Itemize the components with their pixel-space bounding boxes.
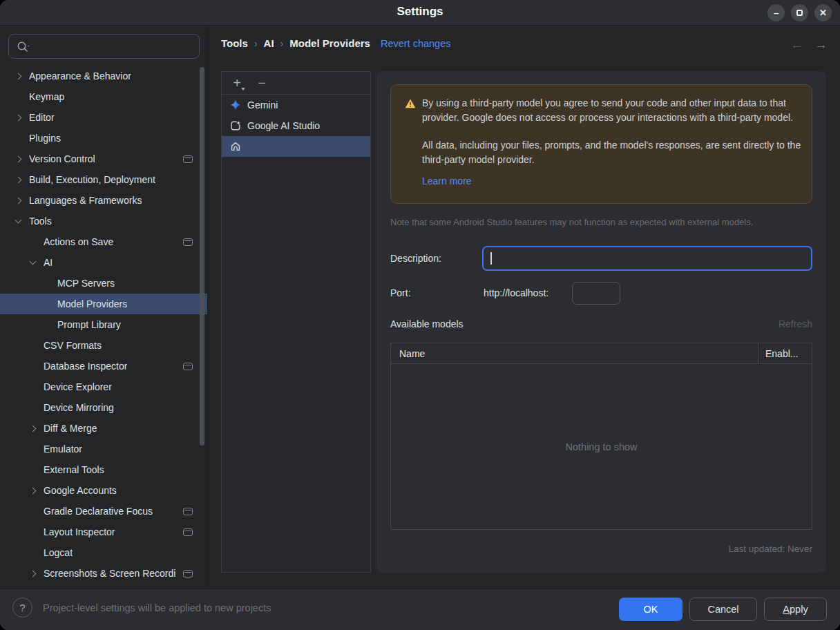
sidebar-item-ai[interactable]: AI [0, 252, 207, 273]
apply-button[interactable]: Apply [764, 598, 827, 621]
sidebar-item-version-control[interactable]: Version Control [0, 149, 207, 169]
sidebar-item-layout-inspector[interactable]: Layout Inspector [0, 522, 207, 542]
sidebar-item-device-mirroring[interactable]: Device Mirroring [0, 397, 207, 418]
provider-item-gemini[interactable]: Gemini [222, 95, 370, 115]
port-label: Port: [390, 282, 411, 305]
sidebar-item-plugins[interactable]: Plugins [0, 128, 207, 149]
column-header-name[interactable]: Name [391, 348, 758, 359]
chevron-right-icon[interactable] [9, 66, 29, 86]
minimize-button[interactable]: – [767, 4, 785, 21]
cancel-button[interactable]: Cancel [689, 598, 757, 621]
back-icon[interactable]: ← [790, 37, 803, 52]
models-table-body: Nothing to show [391, 364, 812, 529]
footer-bar: ? Project-level settings will be applied… [0, 589, 840, 630]
sidebar-item-csv-formats[interactable]: CSV Formats [0, 335, 207, 356]
project-settings-icon [183, 238, 193, 246]
remove-provider-button[interactable]: − [255, 76, 269, 90]
warning-icon [405, 98, 416, 109]
chevron-down-icon[interactable] [9, 211, 29, 231]
warning-text: By using a third-party model you agree t… [422, 96, 806, 189]
third-party-warning-banner: By using a third-party model you agree t… [390, 84, 812, 204]
window-title: Settings [0, 5, 840, 19]
settings-tree: Appearance & Behavior Keymap Editor Plug… [0, 66, 207, 589]
learn-more-link[interactable]: Learn more [422, 174, 472, 189]
breadcrumb-ai[interactable]: AI [264, 37, 274, 49]
sidebar-item-gradle-declarative-focus[interactable]: Gradle Declarative Focus [0, 501, 207, 522]
port-input[interactable] [572, 282, 620, 305]
chevron-down-icon[interactable] [23, 252, 44, 273]
sidebar-item-languages-frameworks[interactable]: Languages & Frameworks [0, 190, 207, 211]
search-input[interactable] [34, 36, 195, 57]
titlebar: Settings – ✕ [0, 0, 840, 26]
sidebar-item-prompt-library[interactable]: Prompt Library [0, 314, 207, 335]
sidebar-item-model-providers[interactable]: Model Providers [0, 294, 207, 314]
sidebar-item-keymap[interactable]: Keymap [0, 86, 207, 107]
project-settings-icon [183, 363, 193, 370]
sidebar-item-database-inspector[interactable]: Database Inspector [0, 356, 207, 376]
maximize-button[interactable] [791, 4, 808, 21]
sidebar-item-external-tools[interactable]: External Tools [0, 459, 207, 480]
breadcrumb-tools[interactable]: Tools [221, 37, 248, 49]
models-table: Name Enabl... Nothing to show [390, 343, 812, 530]
breadcrumb-model-providers[interactable]: Model Providers [289, 37, 370, 49]
warning-paragraph-2: All data, including your files, prompts,… [422, 138, 806, 166]
project-settings-icon [183, 508, 193, 515]
chevron-right-icon[interactable] [9, 107, 29, 128]
chevron-right-icon[interactable] [9, 169, 29, 190]
sidebar-item-appearance-behavior[interactable]: Appearance & Behavior [0, 66, 207, 86]
sidebar-item-actions-on-save[interactable]: Actions on Save [0, 231, 207, 252]
sidebar-item-tools[interactable]: Tools [0, 211, 207, 231]
footer-hint-text: Project-level settings will be applied t… [43, 602, 271, 613]
close-icon: ✕ [819, 8, 827, 18]
refresh-link[interactable]: Refresh [779, 318, 812, 330]
minus-icon: − [258, 75, 266, 90]
window-controls: – ✕ [767, 4, 832, 21]
ok-button[interactable]: OK [619, 598, 682, 621]
chevron-right-icon[interactable] [23, 418, 44, 439]
project-settings-icon [183, 570, 193, 578]
dropdown-triangle-icon [241, 88, 245, 90]
model-provider-form: By using a third-party model you agree t… [376, 71, 826, 573]
revert-changes-link[interactable]: Revert changes [381, 38, 451, 49]
settings-search-box[interactable] [8, 34, 200, 59]
sidebar-item-google-accounts[interactable]: Google Accounts [0, 480, 207, 501]
project-settings-icon [183, 155, 193, 163]
sidebar-item-diff-merge[interactable]: Diff & Merge [0, 418, 207, 439]
gemini-sparkle-icon [230, 99, 241, 111]
chevron-right-icon[interactable] [23, 480, 44, 501]
sidebar-item-build-execution-deployment[interactable]: Build, Execution, Deployment [0, 169, 207, 190]
history-nav: ← → [790, 37, 828, 52]
column-header-enabled[interactable]: Enabl... [758, 343, 812, 364]
provider-item-new[interactable] [222, 136, 370, 157]
providers-toolbar: + − [222, 72, 370, 95]
forward-icon[interactable]: → [814, 37, 828, 52]
minimize-icon: – [774, 8, 779, 18]
help-button[interactable]: ? [12, 598, 32, 618]
external-models-note: Note that some Android Studio features m… [390, 217, 753, 227]
chevron-right-icon[interactable] [23, 563, 44, 584]
sidebar-item-device-explorer[interactable]: Device Explorer [0, 376, 207, 397]
models-table-header: Name Enabl... [391, 343, 812, 364]
localhost-prefix: http://localhost: [484, 282, 548, 304]
sidebar-item-mcp-servers[interactable]: MCP Servers [0, 273, 207, 294]
add-provider-button[interactable]: + [230, 76, 244, 90]
description-input[interactable] [482, 246, 812, 271]
chevron-right-icon[interactable] [9, 190, 29, 211]
sidebar-item-logcat[interactable]: Logcat [0, 542, 207, 563]
close-button[interactable]: ✕ [814, 4, 832, 21]
home-icon [230, 141, 241, 152]
provider-item-google-ai-studio[interactable]: Google AI Studio [222, 115, 370, 136]
chevron-right-icon: › [280, 38, 284, 49]
help-icon: ? [19, 602, 25, 613]
sidebar-scrollbar[interactable] [200, 67, 204, 446]
search-icon [17, 41, 30, 53]
sidebar-item-editor[interactable]: Editor [0, 107, 207, 128]
chevron-right-icon[interactable] [9, 149, 29, 169]
chevron-right-icon: › [254, 38, 258, 49]
warning-paragraph-1: By using a third-party model you agree t… [422, 96, 806, 124]
plus-icon: + [233, 75, 241, 90]
sidebar-item-screenshots-screen-recording[interactable]: Screenshots & Screen Recordi [0, 563, 207, 584]
empty-table-text: Nothing to show [566, 441, 638, 452]
sidebar-item-emulator[interactable]: Emulator [0, 439, 207, 459]
maximize-icon [796, 10, 803, 16]
